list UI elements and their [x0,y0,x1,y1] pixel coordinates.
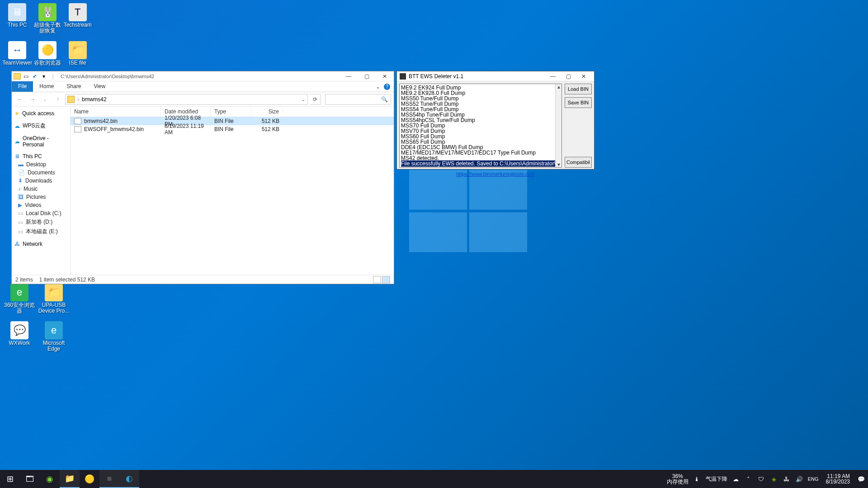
weather-icon[interactable]: 🌡 [693,475,701,483]
maximize-button[interactable]: ▢ [358,71,376,81]
load-bin-button[interactable]: Load BIN [565,84,592,94]
tray-up-icon[interactable]: ˄ [745,475,753,483]
status-count: 2 items [15,277,33,283]
nav-downloads[interactable]: ⬇Downloads [12,177,70,185]
nav-quick-access[interactable]: ★Quick access [12,109,70,117]
app-close-button[interactable]: ✕ [576,71,591,81]
ribbon-file[interactable]: File [12,81,33,92]
nav-up-icon[interactable]: ↑ [52,94,63,105]
explorer-titlebar[interactable]: ▭ ✔ ▾ | C:\Users\Administrator\Desktop\b… [12,71,394,81]
start-button[interactable]: ⊞ [0,470,20,488]
nav-network[interactable]: 🖧Network [12,240,70,248]
nav-c-drive[interactable]: ▭Local Disk (C:) [12,209,70,217]
desktop-icon-teamviewer[interactable]: ↔TeamViewer [2,41,33,66]
tb-app2[interactable]: ◐ [119,470,139,488]
explorer-window: ▭ ✔ ▾ | C:\Users\Administrator\Desktop\b… [11,71,394,284]
tb-clock[interactable]: 11:19 AM8/19/2023 [823,474,853,484]
ribbon-view[interactable]: View [87,81,112,92]
close-button[interactable]: ✕ [376,71,394,81]
tb-chrome[interactable]: 🟡 [80,470,99,488]
breadcrumb[interactable]: bmwms42 [82,96,107,103]
scrollbar[interactable]: ▴▾ [555,84,561,167]
desktop-icon-this-pc[interactable]: 🖥This PC [2,3,33,34]
tb-memory[interactable]: 36%内存使用 [667,474,689,484]
col-size[interactable]: Size [251,107,283,117]
weather-text[interactable]: 气温下降 [706,475,727,483]
nav-documents[interactable]: 📄Documents [12,169,70,177]
desktop-icon-edge[interactable]: eMicrosoft Edge [37,321,71,352]
tray-network-icon[interactable]: 🖧 [783,475,791,483]
tray-volume-icon[interactable]: 🔊 [795,475,803,483]
scroll-up-icon[interactable]: ▴ [557,84,560,89]
scroll-down-icon[interactable]: ▾ [557,162,560,167]
search-icon: 🔍 [381,96,388,103]
nav-pane: ★Quick access ☁WPS云盘 ☁OneDrive - Persona… [12,107,71,275]
app-log[interactable]: ME9.2 EK924 Full DumpME9.2 EK928.0 Full … [399,84,562,168]
desktop-icons: 🖥This PC 🐰超级兔子数 据恢复 TTechstream ↔TeamVie… [2,2,93,67]
app-link[interactable]: https://www.bimmertuningtools.com [456,171,534,177]
minimize-button[interactable]: — [340,71,358,81]
list-header[interactable]: Name Date modified Type Size [71,107,394,117]
nav-desktop[interactable]: ▬Desktop [12,160,70,169]
desktop-icon-techstream[interactable]: TTechstream [62,3,93,34]
addr-dropdown-icon[interactable]: ⌄ [301,96,306,103]
app-title: BTT EWS Deleter v1.1 [409,73,463,80]
nav-music[interactable]: ♪Music [12,185,70,193]
taskview-button[interactable]: 🗔 [20,470,40,488]
tray-onedrive-icon[interactable]: ☁ [732,475,740,483]
view-details-icon[interactable] [373,276,381,283]
explorer-ribbon: File Home Share View ⌄ ? [12,81,394,92]
folder-icon [14,73,21,80]
tb-terminal[interactable]: ■ [99,470,119,488]
desktop-icon-360[interactable]: e360安全浏览器 [2,283,37,314]
nav-this-pc[interactable]: 🖥This PC [12,152,70,160]
tb-app1[interactable]: ◉ [40,470,60,488]
file-row[interactable]: EWSOFF_bmwms42.bin8/19/2023 11:19 AMBIN … [71,125,394,133]
tray-nvidia-icon[interactable]: ◈ [770,475,778,483]
qat-check-icon[interactable]: ✔ [31,72,39,80]
save-bin-button[interactable]: Save BIN [565,97,592,108]
nav-forward-icon[interactable]: → [27,94,38,105]
app-minimize-button[interactable]: — [545,71,561,81]
ews-deleter-window: BTT EWS Deleter v1.1 — ▢ ✕ ME9.2 EK924 F… [396,71,594,169]
compatibil-button[interactable]: Compatibil [565,157,592,168]
app-maximize-button[interactable]: ▢ [561,71,576,81]
folder-icon [67,96,75,103]
app-titlebar[interactable]: BTT EWS Deleter v1.1 — ▢ ✕ [397,71,594,81]
desktop-icon-rabbit[interactable]: 🐰超级兔子数 据恢复 [33,3,63,34]
refresh-icon[interactable]: ⟳ [310,94,321,105]
address-input[interactable]: › bmwms42 ⌄ [65,94,308,105]
taskbar: ⊞ 🗔 ◉ 📁 🟡 ■ ◐ 36%内存使用 🌡 气温下降 ☁ ˄ 🛡 ◈ 🖧 🔊… [0,470,868,488]
tb-explorer[interactable]: 📁 [60,470,80,488]
view-large-icon[interactable] [382,276,390,283]
nav-wps[interactable]: ☁WPS云盘 [12,121,70,131]
qat-sep: | [49,72,57,80]
col-type[interactable]: Type [211,107,251,117]
desktop-icon-wxwork[interactable]: 💬WXWork [2,321,37,352]
nav-onedrive[interactable]: ☁OneDrive - Personal [12,134,70,149]
ribbon-share[interactable]: Share [60,81,87,92]
status-bar: 2 items 1 item selected 512 KB [12,275,394,284]
desktop-icon-isefile[interactable]: 📁ISE file [62,41,93,66]
qat-dropdown-icon[interactable]: ▾ [40,72,48,80]
nav-recent-icon[interactable]: ⌄ [40,94,51,105]
wallpaper-logo [409,170,528,253]
col-name[interactable]: Name [71,107,161,117]
tb-lang[interactable]: ENG [808,476,819,482]
nav-d-drive[interactable]: ▭新加卷 (D:) [12,217,70,227]
tray-notifications-icon[interactable]: 💬 [857,475,865,483]
file-row[interactable]: bmwms42.bin1/20/2023 6:08 PMBIN File512 … [71,117,394,125]
search-input[interactable]: 🔍 [325,94,391,105]
tray-shield-icon[interactable]: 🛡 [757,475,765,483]
ribbon-expand-icon[interactable]: ⌄ [376,84,380,90]
status-selection: 1 item selected 512 KB [39,277,95,283]
nav-e-drive[interactable]: ▭本地磁盘 (E:) [12,227,70,236]
ribbon-home[interactable]: Home [33,81,60,92]
help-icon[interactable]: ? [384,84,390,90]
desktop-icon-upa[interactable]: 📁UPA-USB Device Pro... [37,283,71,314]
desktop-icon-chrome[interactable]: 🟡谷歌浏览器 [33,41,63,66]
qat-props-icon[interactable]: ▭ [22,72,30,80]
nav-videos[interactable]: ▶Videos [12,201,70,209]
nav-back-icon[interactable]: ← [14,94,25,105]
nav-pictures[interactable]: 🖼Pictures [12,193,70,201]
